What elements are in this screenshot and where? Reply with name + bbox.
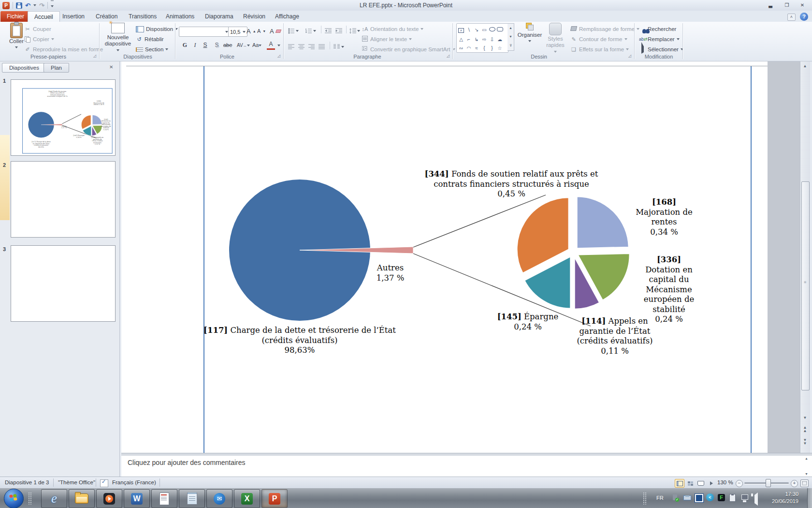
slide-thumbnail-1[interactable]: [344] Fonds de soutienrelatif aux prêts … [11, 79, 116, 156]
font-name-combobox[interactable] [179, 27, 230, 37]
numbering-button[interactable] [305, 26, 316, 36]
taskbar-windows-explorer[interactable] [69, 489, 95, 508]
chart-label-autres[interactable]: Autres 1,37 % [370, 263, 411, 283]
slide-thumbnail-3[interactable] [11, 245, 116, 322]
rectangle-shape-icon[interactable]: ▭ [480, 26, 488, 33]
taskbar-word[interactable]: W [124, 489, 150, 508]
paragraph-dialog-launcher-icon[interactable]: ◿ [447, 54, 450, 58]
font-color-button[interactable]: A [267, 41, 275, 50]
printer-tray-icon[interactable] [683, 493, 691, 502]
fsecure-tray-icon[interactable]: F [717, 493, 725, 502]
taskbar-thunderbird[interactable]: ✉ [206, 489, 232, 508]
tab-transitions[interactable]: Transitions [122, 11, 163, 22]
triangle-shape-icon[interactable]: △ [457, 36, 465, 43]
section-button[interactable]: Section [136, 45, 168, 54]
elbow-arrow-connector-icon[interactable]: ↳ [473, 36, 480, 43]
restore-button[interactable]: ❐ [780, 2, 794, 9]
shapes-gallery[interactable]: A∖↘▭ △⌐↳⇨⇩☁ ∾◠≈{}☆ [456, 23, 508, 53]
zoom-level[interactable]: 130 % [717, 479, 733, 485]
clipboard-dialog-launcher-icon[interactable]: ◿ [93, 54, 96, 58]
taskbar-excel[interactable]: X [234, 489, 260, 508]
align-left-button[interactable] [288, 42, 294, 52]
chart-label-336[interactable]: [336] Dotation en capital du Mécanisme e… [639, 255, 699, 325]
notes-panel[interactable]: Cliquez pour ajouter des commentaires ▲ … [121, 456, 812, 477]
fit-slide-to-window-icon[interactable] [800, 479, 809, 487]
chart-label-114[interactable]: [114] Appels en garantie de l’État (créd… [576, 316, 653, 356]
tab-diaporama[interactable]: Diaporama [199, 11, 240, 22]
network-tray-icon[interactable] [740, 493, 749, 502]
vertical-scrollbar[interactable]: ▲ ▼ ▲▲ ▼▼ [800, 61, 810, 453]
grow-font-button[interactable]: A▲ [246, 26, 256, 36]
scrollbar-thumb[interactable] [801, 181, 810, 390]
show-desktop-button[interactable] [807, 488, 812, 508]
rounded-rectangle-shape-icon[interactable] [496, 26, 504, 33]
align-text-button[interactable]: Aligner le texte [362, 34, 412, 44]
chart-label-168[interactable]: [168] Majoration de rentes 0,34 % [630, 197, 698, 237]
shape-fill-button[interactable]: Remplissage de forme [570, 24, 639, 34]
language-tray-indicator[interactable]: FR [656, 495, 664, 501]
justify-button[interactable] [319, 42, 325, 52]
tab-affichage[interactable]: Affichage [269, 11, 305, 22]
align-center-button[interactable] [298, 42, 304, 52]
notes-scroll-down-icon[interactable]: ▼ [805, 472, 808, 476]
taskbar-document-viewer[interactable] [151, 489, 177, 508]
font-size-combobox[interactable]: 10,5 [228, 27, 247, 37]
replace-button[interactable]: ab⇄Remplacer [639, 34, 680, 44]
bullets-button[interactable] [288, 26, 299, 36]
scribble-shape-icon[interactable]: ∾ [457, 45, 465, 52]
slide-thumbnail-2[interactable] [11, 161, 116, 238]
chart-label-117[interactable]: [117] Charge de la dette et trésorerie d… [203, 326, 396, 356]
font-color-dropdown-icon[interactable] [275, 41, 283, 50]
share-tray-icon[interactable]: < [706, 493, 714, 502]
scroll-down-icon[interactable]: ▼ [801, 414, 809, 421]
taskbar-notepad[interactable] [179, 489, 205, 508]
align-right-button[interactable] [308, 42, 315, 52]
language-indicator[interactable]: Français (France) [112, 479, 156, 485]
bold-button[interactable]: G [181, 41, 189, 50]
shape-effects-button[interactable]: ❏Effets sur la forme [570, 45, 629, 54]
collapse-ribbon-icon[interactable]: ˄ [787, 14, 796, 21]
slide-editing-area[interactable]: [344] Fonds de soutien relatif aux prêts… [121, 61, 768, 453]
reading-view-button[interactable] [696, 479, 706, 488]
next-slide-icon[interactable]: ▼▼ [801, 437, 809, 446]
elbow-connector-icon[interactable]: ⌐ [465, 36, 473, 43]
normal-view-button[interactable] [675, 479, 684, 488]
start-button[interactable] [4, 489, 24, 508]
oval-shape-icon[interactable] [488, 26, 496, 33]
increase-indent-button[interactable] [335, 26, 342, 36]
format-painter-button[interactable]: ✐Reproduire la mise en forme [24, 45, 103, 54]
zoom-in-icon[interactable]: + [791, 480, 798, 487]
right-arrow-shape-icon[interactable]: ⇨ [480, 36, 488, 43]
text-box-shape-icon[interactable]: A [457, 27, 465, 34]
slide-sorter-view-button[interactable] [685, 479, 695, 488]
find-button[interactable]: Rechercher [639, 24, 676, 34]
slideshow-view-button[interactable] [707, 479, 716, 488]
copy-button[interactable]: Copier [24, 34, 54, 44]
strikethrough-button[interactable]: abe [223, 41, 232, 50]
reset-button[interactable]: ↺Rétablir [136, 34, 164, 44]
layout-button[interactable]: Disposition [136, 24, 178, 34]
character-spacing-button[interactable]: AV↔ [237, 41, 250, 50]
close-button[interactable]: ✕ [796, 2, 809, 9]
display-tray-icon[interactable] [695, 493, 703, 502]
right-brace-shape-icon[interactable]: } [488, 45, 496, 52]
columns-button[interactable] [334, 42, 344, 52]
star-shape-icon[interactable]: ☆ [496, 45, 504, 52]
tab-animations[interactable]: Animations [160, 11, 201, 22]
taskbar-internet-explorer[interactable]: e [41, 489, 67, 508]
shape-outline-button[interactable]: ✎Contour de forme [570, 34, 627, 44]
close-pane-icon[interactable]: ✕ [109, 64, 113, 70]
zoom-slider-thumb[interactable] [766, 479, 771, 487]
text-shadow-button[interactable]: S [213, 41, 221, 50]
cut-button[interactable]: ✂Couper [24, 24, 51, 34]
shrink-font-button[interactable]: A▼ [257, 26, 266, 36]
spellcheck-icon[interactable]: ✓ [100, 479, 108, 487]
quick-styles-button[interactable]: Styles rapides [544, 23, 566, 54]
cloud-shape-icon[interactable]: ☁ [496, 36, 504, 43]
font-dialog-launcher-icon[interactable]: ◿ [277, 54, 280, 58]
taskbar-media-player[interactable] [96, 489, 122, 508]
clear-formatting-button[interactable]: A [270, 26, 281, 36]
new-slide-button[interactable]: Nouvelle diapositive [102, 23, 133, 53]
minimize-button[interactable]: ▃ [764, 2, 777, 9]
line-spacing-button[interactable] [349, 26, 360, 36]
